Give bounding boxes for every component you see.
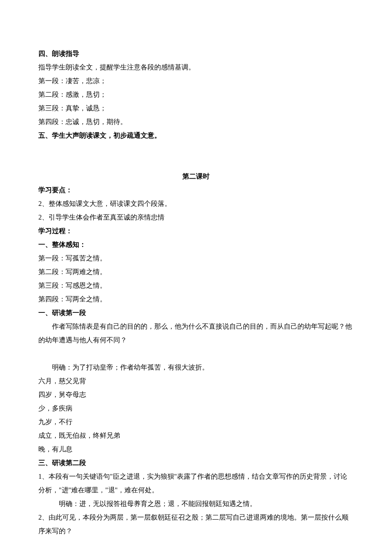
- read1-l4: 九岁，不行: [38, 415, 354, 429]
- read1-title: 一、研读第一段: [38, 306, 354, 320]
- overall-p1: 第一段：写孤苦之情。: [38, 251, 354, 265]
- read1-l5: 成立，既无伯叔，终鲜兄弟: [38, 429, 354, 442]
- read1-question: 作者写陈情表是有自己的目的的，那么，他为什么不直接说自己的目的，而从自己的幼年写…: [38, 320, 354, 347]
- overall-p4: 第四段：写两全之情。: [38, 292, 354, 306]
- point2: 2、引导学生体会作者至真至诚的亲情忠情: [38, 211, 354, 224]
- read1-l6: 晚，有儿息: [38, 442, 354, 456]
- read1-l2: 四岁，舅夺母志: [38, 388, 354, 402]
- points-label: 学习要点：: [38, 183, 354, 197]
- section4-intro: 指导学生朗读全文，提醒学生注意各段的感情基调。: [38, 61, 354, 74]
- section4-title: 四、朗读指导: [38, 47, 354, 61]
- read2-a1: 明确：进，无以报答祖母养育之恩；退，不能回报朝廷知遇之情。: [38, 497, 354, 511]
- read2-q2: 2、由此可见，本段分为两层，第一层叙朝廷征召之殷；第二层写自己进退两难的境地。第…: [38, 511, 354, 538]
- section4-p2: 第二段：感激，恳切；: [38, 88, 354, 101]
- point1: 2、整体感知课文大意，研读课文四个段落。: [38, 197, 354, 211]
- process-label: 学习过程：: [38, 224, 354, 238]
- read2-title: 三、研读第二段: [38, 456, 354, 470]
- read1-answer: 明确：为了打动皇帝；作者幼年孤苦，有很大波折。: [38, 361, 354, 374]
- section4-p4: 第四段：忠诚，恳切，期待。: [38, 115, 354, 129]
- read1-l3: 少，多疾病: [38, 402, 354, 415]
- read2-q1: 1、本段有一句关键语句"臣之进退，实为狼狈"表露了作者的思想感情，结合文章写作的…: [38, 470, 354, 497]
- section4-p1: 第一段：凄苦，悲凉；: [38, 74, 354, 88]
- overall-p3: 第三段：写感恩之情。: [38, 279, 354, 292]
- overall-p2: 第二段：写两难之情。: [38, 265, 354, 279]
- lesson2-title: 第二课时: [38, 170, 354, 183]
- read1-l1: 六月，慈父见背: [38, 374, 354, 388]
- section5-title: 五、学生大声朗读课文，初步疏通文意。: [38, 129, 354, 142]
- overall-title: 一、整体感知：: [38, 238, 354, 251]
- section4-p3: 第三段：真挚，诚恳；: [38, 101, 354, 115]
